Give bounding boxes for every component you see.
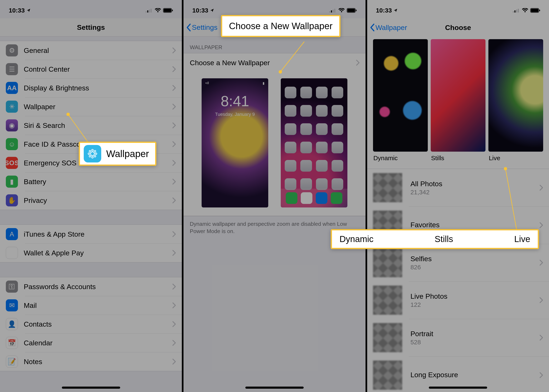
album-title: Selfies (410, 255, 539, 263)
svg-rect-24 (356, 10, 357, 11)
home-screen-preview[interactable] (281, 78, 347, 207)
album-thumb (373, 361, 402, 390)
home-indicator[interactable] (245, 387, 304, 389)
row-choose-wallpaper[interactable]: Choose a New Wallpaper (183, 53, 365, 72)
settings-row-general[interactable]: ⚙General (0, 41, 182, 60)
album-row-all[interactable]: All Photos21,342 (367, 169, 549, 206)
settings-row-notes[interactable]: 📝Notes (0, 352, 182, 371)
svg-point-17 (94, 155, 96, 157)
settings-row-battery[interactable]: ▮Battery (0, 172, 182, 191)
svg-point-14 (89, 150, 91, 152)
chevron-right-icon (172, 47, 176, 54)
category-thumb-dynamic (373, 39, 428, 152)
svg-rect-33 (539, 10, 540, 11)
status-time: 10:33 (192, 7, 208, 14)
chevron-right-icon (172, 66, 176, 72)
callout-wallpaper-label: Wallpaper (106, 148, 155, 159)
page-title: Choose (445, 24, 471, 32)
home-indicator[interactable] (62, 387, 120, 389)
wallpaper-icon (84, 145, 101, 162)
row-label: Passwords & Accounts (24, 283, 172, 291)
lock-preview-time: 8:41 (202, 93, 268, 110)
svg-point-11 (92, 156, 93, 158)
callout-categories: Dynamic Stills Live (331, 229, 539, 249)
callout-cat-stills: Stills (435, 234, 453, 244)
chevron-right-icon (172, 340, 176, 346)
album-row-portrait[interactable]: Portrait528 (367, 319, 549, 356)
category-live[interactable]: Live (488, 39, 543, 162)
svg-rect-1 (147, 10, 148, 13)
status-time: 10:33 (9, 7, 25, 14)
svg-point-12 (88, 153, 90, 154)
contacts-icon: 👤 (6, 318, 18, 330)
chevron-right-icon (539, 372, 543, 378)
control-center-icon: ☰ (6, 63, 18, 75)
settings-row-mail[interactable]: ✉Mail (0, 296, 182, 315)
status-bar: 10:33 (0, 0, 182, 18)
screen-wallpaper: 10:33 Settings WALLPAPER Choose a New Wa… (183, 0, 365, 392)
callout-wallpaper: Wallpaper (79, 142, 156, 166)
callout-label: Choose a New Wallpaper (222, 16, 339, 36)
svg-rect-3 (151, 9, 152, 13)
settings-row-control-center[interactable]: ☰Control Center (0, 60, 182, 78)
album-row-livephotos[interactable]: Live Photos122 (367, 281, 549, 319)
settings-row-privacy[interactable]: ✋Privacy (0, 191, 182, 210)
battery-icon (347, 8, 357, 13)
svg-rect-2 (149, 10, 150, 13)
svg-point-16 (89, 155, 91, 157)
album-title: Portrait (410, 330, 539, 338)
settings-row-wallpaper[interactable]: ✳Wallpaper (0, 97, 182, 116)
lock-preview-date: Tuesday, January 9 (202, 112, 268, 117)
category-thumb-stills (431, 39, 486, 152)
callout-choose-wallpaper: Choose a New Wallpaper (221, 15, 340, 37)
cellular-icon (329, 8, 336, 13)
category-label: Live (488, 152, 543, 162)
album-thumb (373, 286, 402, 315)
svg-rect-6 (172, 10, 173, 11)
settings-row-display[interactable]: AADisplay & Brightness (0, 78, 182, 97)
album-count: 826 (410, 264, 539, 271)
category-stills[interactable]: Stills (431, 39, 486, 162)
wifi-icon (522, 8, 528, 13)
svg-rect-29 (516, 10, 517, 13)
svg-rect-28 (514, 10, 515, 13)
screen-choose: 10:33 Wallpaper Choose DynamicStillsLive… (367, 0, 549, 392)
wallpaper-previews: •ıll▮ 8:41 Tuesday, January 9 (183, 72, 365, 216)
callout-cat-live: Live (514, 234, 530, 244)
chevron-right-icon (172, 302, 176, 308)
row-label: Calendar (24, 339, 172, 347)
album-thumb (373, 323, 402, 352)
svg-rect-20 (333, 10, 334, 13)
chevron-right-icon (172, 197, 176, 203)
chevron-left-icon (370, 23, 375, 32)
chevron-right-icon (539, 335, 543, 341)
siri-icon: ◉ (6, 119, 18, 131)
album-row-selfies[interactable]: Selfies826 (367, 244, 549, 281)
passwords-icon: ⚿ (6, 280, 18, 293)
row-label: Choose a New Wallpaper (190, 59, 356, 67)
svg-rect-32 (531, 9, 538, 12)
settings-row-siri[interactable]: ◉Siri & Search (0, 116, 182, 135)
back-button[interactable]: Settings (186, 18, 217, 36)
settings-row-itunes[interactable]: AiTunes & App Store (0, 225, 182, 244)
home-indicator[interactable] (429, 387, 487, 389)
album-title: Live Photos (410, 292, 539, 300)
settings-row-passwords[interactable]: ⚿Passwords & Accounts (0, 277, 182, 296)
location-icon (210, 8, 214, 13)
settings-row-wallet[interactable]: ▭Wallet & Apple Pay (0, 244, 182, 262)
chevron-left-icon (186, 23, 191, 32)
settings-row-calendar[interactable]: 📅Calendar (0, 334, 182, 352)
settings-row-contacts[interactable]: 👤Contacts (0, 315, 182, 334)
wifi-icon (155, 8, 161, 13)
chevron-right-icon (172, 85, 176, 91)
chevron-right-icon (356, 60, 360, 66)
notes-icon: 📝 (6, 356, 18, 368)
back-button[interactable]: Wallpaper (370, 18, 407, 37)
album-title: All Photos (410, 180, 539, 188)
lock-screen-preview[interactable]: •ıll▮ 8:41 Tuesday, January 9 (202, 78, 268, 207)
svg-point-15 (94, 150, 96, 152)
chevron-right-icon (172, 104, 176, 110)
display-icon: AA (6, 82, 18, 94)
category-dynamic[interactable]: Dynamic (373, 39, 428, 162)
row-label: General (24, 46, 172, 55)
